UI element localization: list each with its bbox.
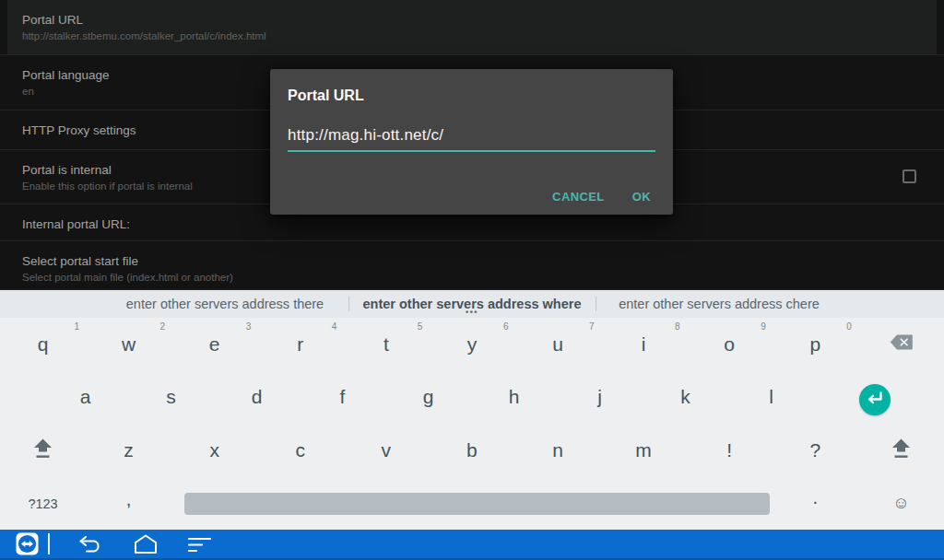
keyboard-row-1: q1w2e3r4t5y6u7i8o9p0 <box>0 318 944 370</box>
key-number-hint: 7 <box>589 321 595 332</box>
key-label: q <box>38 333 49 356</box>
key-n[interactable]: n <box>514 424 600 477</box>
key-label: p <box>809 333 820 356</box>
key-label: g <box>423 386 434 408</box>
key-z[interactable]: z <box>86 424 171 477</box>
key-f[interactable]: f <box>300 370 385 424</box>
shift-icon <box>31 438 54 463</box>
settings-item-subtitle: Select portal main file (index.html or a… <box>22 272 922 284</box>
key-label: ? <box>809 439 820 461</box>
home-icon[interactable] <box>133 530 159 558</box>
key-label: ! <box>726 439 732 461</box>
key-label: y <box>467 333 478 356</box>
enter-key[interactable] <box>859 384 891 415</box>
key-label: j <box>597 386 602 408</box>
dialog-buttons: CANCEL OK <box>552 190 651 204</box>
suggestion-more-indicator[interactable]: ••• <box>0 309 944 317</box>
key-m[interactable]: m <box>601 424 687 477</box>
keyboard-row-3: zxcvbnm!? <box>0 424 944 477</box>
portal-url-input[interactable]: http://mag.hi-ott.net/c/ <box>288 126 655 152</box>
key-label: v <box>382 439 392 461</box>
shift-key[interactable] <box>0 424 86 477</box>
settings-item-content: Select portal start fileSelect portal ma… <box>0 241 944 289</box>
portal-url-input-value: http://mag.hi-ott.net/c/ <box>288 126 655 145</box>
key-label: i <box>642 333 646 356</box>
key-a[interactable]: a <box>42 370 128 424</box>
key-i[interactable]: i8 <box>601 318 687 370</box>
settings-item-title: Internal portal URL: <box>22 217 922 232</box>
key-s[interactable]: s <box>128 370 214 424</box>
recents-icon[interactable] <box>188 530 212 558</box>
navbar-divider <box>48 533 50 554</box>
settings-item[interactable]: Select portal start fileSelect portal ma… <box>0 241 944 290</box>
key-number-hint: 8 <box>675 321 680 332</box>
settings-item-content: Portal URLhttp://stalker.stbemu.com/stal… <box>7 0 937 54</box>
onscreen-keyboard: q1w2e3r4t5y6u7i8o9p0 asdfghjkl zxcvbnm!?… <box>0 318 944 530</box>
portal-internal-checkbox[interactable] <box>903 169 916 183</box>
shift-key[interactable] <box>858 424 944 477</box>
key-label: s <box>166 386 176 408</box>
key-exclaim[interactable]: ! <box>687 424 773 477</box>
key-label: o <box>724 333 735 356</box>
key-r[interactable]: r4 <box>257 318 343 370</box>
dialog-title: Portal URL <box>270 69 673 104</box>
back-icon[interactable] <box>77 530 102 558</box>
backspace-key[interactable] <box>858 318 944 370</box>
key-number-hint: 6 <box>503 321 509 332</box>
key-label: u <box>552 333 563 356</box>
settings-item[interactable]: Portal URLhttp://stalker.stbemu.com/stal… <box>0 0 944 55</box>
key-label: a <box>80 386 91 408</box>
stbemu-settings-screen: Portal URLhttp://stalker.stbemu.com/stal… <box>0 0 944 560</box>
key-label: e <box>209 333 220 356</box>
period-key[interactable]: . <box>773 477 858 530</box>
key-c[interactable]: c <box>257 424 343 477</box>
key-label: , <box>126 489 132 510</box>
key-number-hint: 3 <box>246 321 252 332</box>
portal-url-dialog: Portal URL http://mag.hi-ott.net/c/ CANC… <box>270 69 673 215</box>
key-label: b <box>466 439 478 461</box>
key-v[interactable]: v <box>343 424 429 477</box>
key-j[interactable]: j <box>557 370 643 424</box>
ok-button[interactable]: OK <box>632 190 651 204</box>
space-key-cell <box>171 477 773 530</box>
backspace-icon <box>890 334 913 354</box>
comma-key[interactable]: , <box>86 477 171 530</box>
key-label: x <box>209 439 219 461</box>
key-g[interactable]: g <box>385 370 471 424</box>
key-label: l <box>769 386 773 408</box>
key-k[interactable]: k <box>643 370 728 424</box>
key-t[interactable]: t5 <box>343 318 429 370</box>
key-e[interactable]: e3 <box>171 318 257 370</box>
key-u[interactable]: u7 <box>514 318 600 370</box>
key-b[interactable]: b <box>429 424 514 477</box>
navigation-bar <box>0 530 944 560</box>
settings-item-title: Portal URL <box>22 13 922 28</box>
key-y[interactable]: y6 <box>429 318 514 370</box>
key-number-hint: 5 <box>418 321 423 332</box>
key-label: w <box>122 333 136 356</box>
shift-icon <box>890 438 913 463</box>
symbols-key[interactable]: ?123 <box>0 477 86 530</box>
emoji-icon: ☺ <box>892 495 909 512</box>
key-number-hint: 2 <box>160 321 166 332</box>
key-l[interactable]: l <box>728 370 814 424</box>
key-d[interactable]: d <box>214 370 300 424</box>
key-p[interactable]: p0 <box>773 318 858 370</box>
key-question[interactable]: ? <box>773 424 858 477</box>
settings-item-title: Select portal start file <box>22 254 922 269</box>
key-number-hint: 4 <box>332 321 337 332</box>
key-q[interactable]: q1 <box>0 318 86 370</box>
input-underline <box>288 150 655 152</box>
key-h[interactable]: h <box>471 370 557 424</box>
cancel-button[interactable]: CANCEL <box>552 190 605 204</box>
key-number-hint: 0 <box>846 321 852 332</box>
teamviewer-icon[interactable] <box>15 530 40 558</box>
key-o[interactable]: o9 <box>687 318 773 370</box>
emoji-key[interactable]: ☺ <box>858 477 944 530</box>
space-key[interactable] <box>184 493 770 515</box>
key-label: c <box>296 439 306 461</box>
key-label: r <box>297 333 303 356</box>
key-label: m <box>635 439 652 461</box>
key-w[interactable]: w2 <box>86 318 171 370</box>
key-x[interactable]: x <box>171 424 257 477</box>
